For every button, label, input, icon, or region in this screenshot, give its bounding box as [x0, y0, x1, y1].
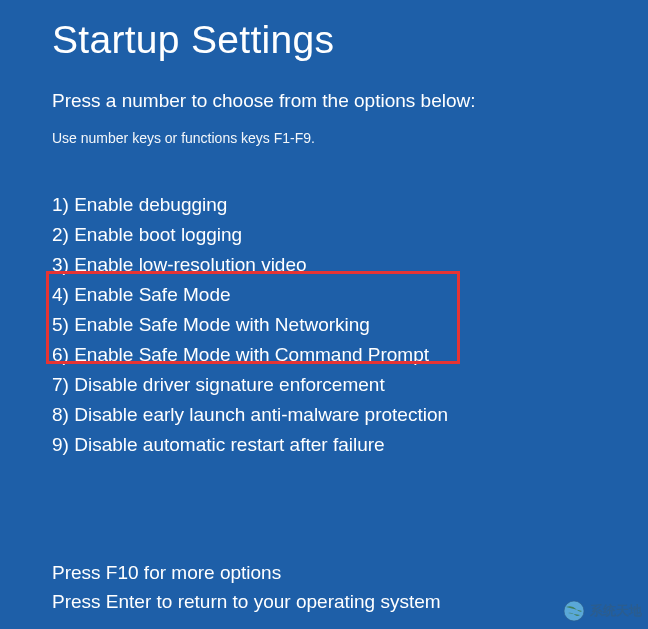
option-label: Enable Safe Mode with Networking — [74, 314, 370, 335]
option-label: 9 — [52, 434, 63, 455]
option-label: 8 — [52, 404, 63, 425]
hint-text: Use number keys or functions keys F1-F9. — [52, 130, 648, 146]
page-title: Startup Settings — [52, 18, 648, 62]
option-label: Enable Safe Mode — [74, 284, 230, 305]
footer-more-options: Press F10 for more options — [52, 558, 648, 587]
footer-text: Press F10 for more options Press Enter t… — [52, 558, 648, 616]
option-item[interactable]: 2) Enable boot logging — [52, 220, 648, 250]
option-label: Disable early launch anti-malware protec… — [74, 404, 448, 425]
option-label: 2 — [52, 224, 63, 245]
option-item[interactable]: 3) Enable low-resolution video — [52, 250, 648, 280]
option-label: 3 — [52, 254, 63, 275]
subtitle-text: Press a number to choose from the option… — [52, 90, 648, 112]
option-label: Enable boot logging — [74, 224, 242, 245]
option-item[interactable]: 5) Enable Safe Mode with Networking — [52, 310, 648, 340]
option-item[interactable]: 9) Disable automatic restart after failu… — [52, 430, 648, 460]
option-label: 4 — [52, 284, 63, 305]
globe-icon — [562, 599, 586, 623]
option-label: 6 — [52, 344, 63, 365]
option-label: Enable debugging — [74, 194, 227, 215]
watermark: 系统天地 — [562, 599, 642, 623]
option-label: 1 — [52, 194, 63, 215]
option-label: 7 — [52, 374, 63, 395]
option-label: 5 — [52, 314, 63, 335]
option-item[interactable]: 7) Disable driver signature enforcement — [52, 370, 648, 400]
option-item[interactable]: 4) Enable Safe Mode — [52, 280, 648, 310]
option-label: Enable Safe Mode with Command Prompt — [74, 344, 429, 365]
option-label: Enable low-resolution video — [74, 254, 306, 275]
option-item[interactable]: 6) Enable Safe Mode with Command Prompt — [52, 340, 648, 370]
option-item[interactable]: 8) Disable early launch anti-malware pro… — [52, 400, 648, 430]
options-list: 1) Enable debugging 2) Enable boot loggi… — [52, 190, 648, 460]
watermark-label: 系统天地 — [590, 602, 642, 620]
option-item[interactable]: 1) Enable debugging — [52, 190, 648, 220]
option-label: Disable driver signature enforcement — [74, 374, 385, 395]
footer-return: Press Enter to return to your operating … — [52, 587, 648, 616]
option-label: Disable automatic restart after failure — [74, 434, 384, 455]
